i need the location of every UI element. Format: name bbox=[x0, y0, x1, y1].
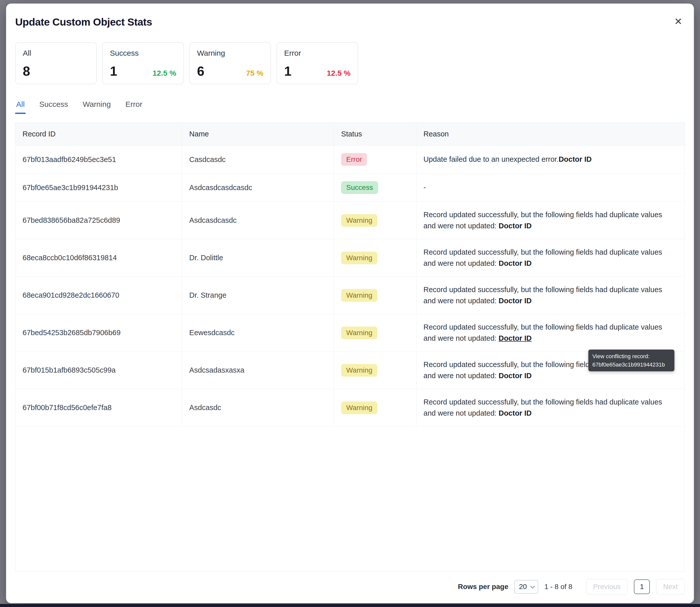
status-cell: Warning bbox=[334, 314, 416, 352]
reason-cell: Record updated successfully, but the fol… bbox=[416, 239, 684, 277]
reason-text: Record updated successfully, but the fol… bbox=[424, 286, 662, 305]
stat-percent: 12.5 % bbox=[153, 69, 176, 78]
status-cell: Warning bbox=[334, 239, 416, 277]
previous-button[interactable]: Previous bbox=[586, 579, 628, 594]
record-id-cell: 67bf013aadfb6249b5ec3e51 bbox=[16, 146, 182, 174]
status-badge: Warning bbox=[341, 289, 377, 302]
pagination-range: 1 - 8 of 8 bbox=[544, 583, 572, 591]
stat-count: 8 bbox=[23, 65, 30, 78]
update-custom-object-stats-modal: Update Custom Object Stats ✕ All 8 Succe… bbox=[6, 3, 694, 603]
records-table: Record ID Name Status Reason 67bf013aadf… bbox=[16, 123, 684, 426]
next-button[interactable]: Next bbox=[656, 579, 685, 594]
name-cell: Asdcasdc bbox=[182, 389, 334, 426]
tab-warning[interactable]: Warning bbox=[82, 100, 112, 114]
reason-text: Record updated successfully, but the fol… bbox=[424, 323, 662, 342]
reason-text: Record updated successfully, but the fol… bbox=[424, 211, 662, 230]
reason-bold: Doctor ID bbox=[559, 155, 592, 163]
stat-card-all: All 8 bbox=[15, 42, 97, 84]
rows-per-page-select[interactable]: 20 bbox=[514, 580, 538, 593]
page-bottom-bar bbox=[0, 604, 700, 607]
tab-success[interactable]: Success bbox=[38, 100, 69, 114]
status-cell: Warning bbox=[334, 389, 416, 426]
table-row: 67bf013aadfb6249b5ec3e51 Casdcasdc Error… bbox=[16, 146, 684, 174]
reason-field-link[interactable]: Doctor ID bbox=[499, 409, 532, 417]
status-badge: Warning bbox=[341, 327, 377, 339]
table-row: 67bf015b1afb6893c505c99a Asdcsadasxasxa … bbox=[16, 352, 684, 389]
reason-cell: Record updated successfully, but the fol… bbox=[416, 202, 684, 239]
status-badge: Success bbox=[341, 181, 378, 194]
tooltip-record-id: 67bf0e65ae3c1b991944231b bbox=[592, 360, 671, 369]
status-cell: Error bbox=[334, 146, 416, 174]
modal-header: Update Custom Object Stats ✕ bbox=[15, 16, 685, 28]
reason-text: Update failed due to an unexpected error… bbox=[424, 155, 559, 163]
reason-field-link-hovered[interactable]: Doctor ID bbox=[499, 334, 532, 342]
record-id-cell: 67bed54253b2685db7906b69 bbox=[16, 314, 182, 352]
reason-cell: Record updated successfully, but the fol… bbox=[416, 389, 684, 426]
status-badge: Warning bbox=[341, 252, 377, 264]
record-id-cell: 68eca8ccb0c10d6f86319814 bbox=[16, 239, 182, 277]
status-cell: Warning bbox=[334, 352, 416, 389]
status-badge: Warning bbox=[341, 401, 377, 414]
page-title: Update Custom Object Stats bbox=[15, 16, 152, 28]
reason-field-link[interactable]: Doctor ID bbox=[499, 222, 532, 230]
status-cell: Warning bbox=[334, 277, 416, 314]
chevron-down-icon bbox=[530, 584, 535, 588]
reason-text: Record updated successfully, but the fol… bbox=[424, 248, 662, 267]
stat-percent: 75 % bbox=[246, 69, 263, 78]
name-cell: Casdcasdc bbox=[182, 146, 334, 174]
stat-percent: 12.5 % bbox=[327, 69, 350, 78]
filter-tabs: All Success Warning Error bbox=[15, 100, 685, 114]
reason-cell: Record updated successfully, but the fol… bbox=[416, 314, 684, 352]
record-id-cell: 67bf015b1afb6893c505c99a bbox=[16, 352, 182, 389]
reason-field-link[interactable]: Doctor ID bbox=[499, 297, 532, 305]
column-header-name: Name bbox=[182, 123, 334, 146]
name-cell: Asdcasdcasdc bbox=[182, 202, 334, 239]
status-badge: Warning bbox=[341, 364, 377, 377]
conflicting-record-tooltip: View conflicting record: 67bf0e65ae3c1b9… bbox=[588, 350, 675, 371]
reason-text: Record updated successfully, but the fol… bbox=[424, 398, 662, 417]
tab-error[interactable]: Error bbox=[124, 100, 143, 114]
page-1-button[interactable]: 1 bbox=[634, 580, 650, 594]
record-id-cell: 68eca901cd928e2dc1660670 bbox=[16, 277, 182, 314]
table-row: 68eca901cd928e2dc1660670 Dr. Strange War… bbox=[16, 277, 684, 314]
stat-label: Error bbox=[284, 49, 350, 58]
stat-label: Warning bbox=[197, 49, 263, 58]
stat-label: All bbox=[23, 49, 89, 58]
tab-all[interactable]: All bbox=[15, 100, 25, 114]
table-row: 67bed54253b2685db7906b69 Eewesdcasdc War… bbox=[16, 314, 684, 352]
record-id-cell: 67bed838656ba82a725c6d89 bbox=[16, 202, 182, 239]
column-header-status: Status bbox=[334, 123, 416, 146]
reason-cell: Record updated successfully, but the fol… bbox=[416, 277, 684, 314]
stat-card-warning: Warning 6 75 % bbox=[189, 42, 271, 84]
records-table-container: Record ID Name Status Reason 67bf013aadf… bbox=[15, 123, 685, 572]
pagination-bar: Rows per page 20 1 - 8 of 8 Previous 1 N… bbox=[15, 572, 685, 594]
table-row: 67bed838656ba82a725c6d89 Asdcasdcasdc Wa… bbox=[16, 202, 684, 239]
status-cell: Success bbox=[334, 174, 416, 202]
name-cell: Asdcsadasxasxa bbox=[182, 352, 334, 389]
record-id-cell: 67bf0e65ae3c1b991944231b bbox=[16, 174, 182, 202]
reason-cell: Update failed due to an unexpected error… bbox=[416, 146, 684, 174]
stat-count: 6 bbox=[197, 65, 204, 78]
reason-text: - bbox=[424, 183, 426, 191]
rows-per-page-label: Rows per page bbox=[458, 583, 508, 591]
stat-card-success: Success 1 12.5 % bbox=[102, 42, 184, 84]
name-cell: Eewesdcasdc bbox=[182, 314, 334, 352]
stats-cards: All 8 Success 1 12.5 % Warning 6 75 % Er… bbox=[15, 42, 685, 84]
stat-count: 1 bbox=[110, 65, 117, 78]
reason-cell: - bbox=[416, 174, 684, 202]
table-row: 67bf0e65ae3c1b991944231b Asdcasdcasdcasd… bbox=[16, 174, 684, 202]
status-badge: Warning bbox=[341, 214, 377, 227]
reason-field-link[interactable]: Doctor ID bbox=[499, 372, 532, 380]
stat-count: 1 bbox=[284, 65, 291, 78]
reason-field-link[interactable]: Doctor ID bbox=[499, 259, 532, 267]
table-row: 67bf00b71f8cd56c0efe7fa8 Asdcasdc Warnin… bbox=[16, 389, 684, 426]
name-cell: Asdcasdcasdcasdc bbox=[182, 174, 334, 202]
status-badge: Error bbox=[341, 153, 367, 166]
close-icon[interactable]: ✕ bbox=[672, 16, 685, 27]
record-id-cell: 67bf00b71f8cd56c0efe7fa8 bbox=[16, 389, 182, 426]
rows-per-page-value: 20 bbox=[519, 583, 527, 591]
name-cell: Dr. Strange bbox=[182, 277, 334, 314]
column-header-reason: Reason bbox=[416, 123, 684, 146]
stat-card-error: Error 1 12.5 % bbox=[276, 42, 358, 84]
column-header-record-id: Record ID bbox=[16, 123, 182, 146]
